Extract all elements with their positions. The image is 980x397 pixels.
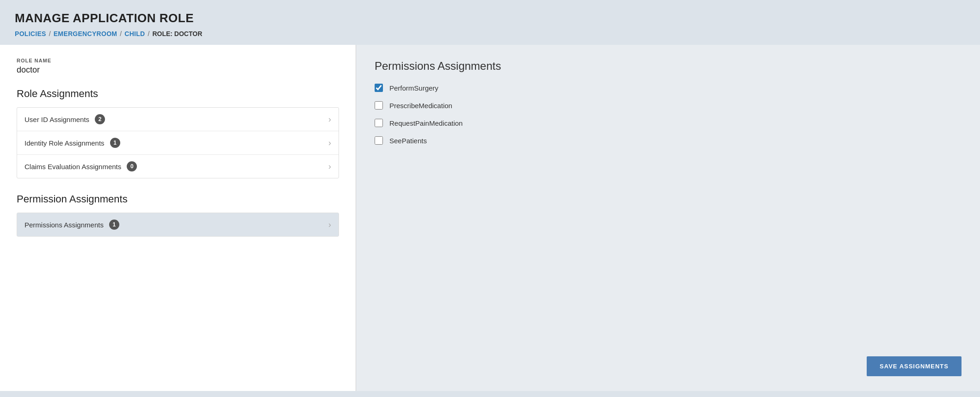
permission-label-seepatients: SeePatients	[389, 137, 427, 145]
chevron-right-icon-2: ›	[328, 138, 331, 148]
main-layout: ROLE NAME doctor Role Assignments User I…	[0, 45, 980, 391]
right-panel: Permissions Assignments PerformSurgery P…	[356, 45, 980, 391]
role-name-label: ROLE NAME	[17, 58, 339, 63]
permission-item-prescribemedication: PrescribeMedication	[375, 101, 962, 110]
breadcrumb-current: ROLE: DOCTOR	[152, 30, 202, 37]
assignment-badge-permissions: 1	[109, 220, 119, 230]
permission-assignments-title: Permission Assignments	[17, 193, 339, 205]
permission-item-seepatients: SeePatients	[375, 136, 962, 145]
permission-label-requestpain: RequestPainMedication	[389, 119, 462, 127]
assignment-label-claims: Claims Evaluation Assignments	[25, 163, 121, 171]
assignment-row-permissions[interactable]: Permissions Assignments 1 ›	[17, 213, 339, 236]
assignment-label-userid: User ID Assignments	[25, 116, 89, 123]
checkbox-performsurgery[interactable]	[375, 84, 383, 92]
breadcrumb: POLICIES / EMERGENCYROOM / CHILD / ROLE:…	[15, 30, 965, 37]
chevron-right-icon-4: ›	[328, 220, 331, 230]
save-assignments-button[interactable]: SAVE ASSIGNMENTS	[867, 356, 962, 376]
assignment-label-identityrole: Identity Role Assignments	[25, 139, 105, 147]
assignment-badge-userid: 2	[95, 114, 105, 124]
breadcrumb-separator-1: /	[49, 30, 51, 37]
page-title: MANAGE APPLICATION ROLE	[15, 11, 965, 25]
permission-item-requestpain: RequestPainMedication	[375, 119, 962, 127]
left-panel: ROLE NAME doctor Role Assignments User I…	[0, 45, 356, 391]
chevron-right-icon: ›	[328, 115, 331, 124]
role-assignments-list: User ID Assignments 2 › Identity Role As…	[17, 107, 339, 178]
chevron-right-icon-3: ›	[328, 162, 331, 171]
checkbox-prescribemedication[interactable]	[375, 101, 383, 110]
checkbox-requestpain[interactable]	[375, 119, 383, 127]
assignment-row-userid[interactable]: User ID Assignments 2 ›	[17, 108, 339, 131]
breadcrumb-separator-3: /	[148, 30, 150, 37]
permission-label-performsurgery: PerformSurgery	[389, 84, 438, 92]
assignment-row-identityrole[interactable]: Identity Role Assignments 1 ›	[17, 131, 339, 155]
breadcrumb-link-child[interactable]: CHILD	[124, 30, 145, 37]
breadcrumb-link-emergencyroom[interactable]: EMERGENCYROOM	[54, 30, 117, 37]
assignment-row-claims[interactable]: Claims Evaluation Assignments 0 ›	[17, 155, 339, 178]
assignment-label-permissions: Permissions Assignments	[25, 221, 104, 229]
checkbox-seepatients[interactable]	[375, 136, 383, 145]
permissions-title: Permissions Assignments	[375, 60, 962, 73]
role-name-value: doctor	[17, 65, 339, 75]
breadcrumb-separator-2: /	[120, 30, 122, 37]
permission-assignments-list: Permissions Assignments 1 ›	[17, 213, 339, 237]
page-header: MANAGE APPLICATION ROLE POLICIES / EMERG…	[0, 0, 980, 45]
permission-label-prescribemedication: PrescribeMedication	[389, 102, 452, 110]
assignment-badge-identityrole: 1	[110, 138, 120, 148]
role-assignments-title: Role Assignments	[17, 88, 339, 100]
assignment-badge-claims: 0	[127, 161, 137, 171]
breadcrumb-link-policies[interactable]: POLICIES	[15, 30, 46, 37]
permission-item-performsurgery: PerformSurgery	[375, 84, 962, 92]
